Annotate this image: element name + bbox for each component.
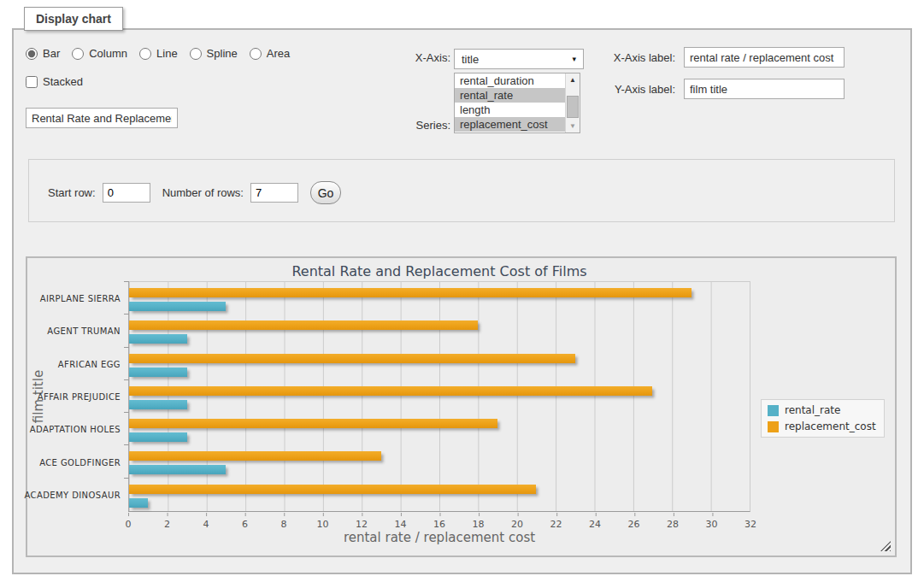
category-label: ADAPTATION HOLES (30, 425, 121, 434)
plot-area: AIRPLANE SIERRAAGENT TRUMANAFRICAN EGGAF… (128, 281, 750, 512)
chart-band: ACE GOLDFINGER (129, 445, 750, 478)
x-tick-label: 26 (628, 519, 640, 530)
x-tick-label: 22 (550, 519, 562, 530)
x-tick-label: 6 (242, 519, 248, 530)
series-option[interactable]: length (455, 103, 565, 117)
x-axis-ticks (128, 513, 751, 516)
chart-band: AFRICAN EGG (129, 348, 750, 380)
chart-x-axis-title: rental rate / replacement cost (128, 530, 750, 545)
scroll-up-icon[interactable]: ▲ (566, 73, 580, 86)
series-select-label: Series: (382, 119, 450, 132)
x-tick-label: 24 (589, 519, 601, 530)
start-row-input[interactable] (103, 183, 150, 203)
category-label: ACE GOLDFINGER (39, 457, 121, 467)
series-option[interactable]: replacement_cost (455, 117, 565, 132)
chart-title: Rental Rate and Replacement Cost of Film… (128, 263, 750, 279)
category-label: AFRICAN EGG (58, 359, 121, 368)
stacked-label: Stacked (43, 75, 83, 88)
x-tick-label: 8 (281, 519, 287, 530)
replacement_cost-swatch-icon (768, 421, 779, 432)
chart-band: AFFAIR PREJUDICE (129, 380, 750, 413)
page: Display chart BarColumnLineSplineArea St… (0, 0, 924, 582)
chart-type-label: Column (89, 47, 127, 60)
chart-type-label: Area (267, 47, 290, 60)
legend-label: rental_rate (785, 404, 840, 416)
chart-band: ACADEMY DINOSAUR (129, 479, 750, 511)
x-tick-label: 20 (511, 519, 523, 530)
category-label: ACADEMY DINOSAUR (25, 490, 121, 499)
series-options: rental_durationrental_ratelengthreplacem… (455, 73, 565, 132)
rental_rate-bar[interactable] (129, 302, 226, 311)
chart-type-label: Spline (207, 47, 238, 60)
chart-title-input[interactable] (26, 108, 178, 128)
chart-type-radio-column[interactable] (72, 48, 84, 60)
start-row-label: Start row: (48, 186, 96, 199)
series-option[interactable]: rental_rate (455, 88, 565, 103)
num-rows-input[interactable] (250, 183, 298, 203)
legend-label: replacement_cost (785, 420, 876, 432)
replacement_cost-bar[interactable] (129, 419, 497, 428)
x-tick-label: 16 (433, 519, 445, 530)
x-tick-label: 10 (317, 519, 329, 530)
go-button[interactable]: Go (310, 181, 341, 204)
stacked-checkbox[interactable] (26, 76, 38, 88)
series-scrollbar[interactable]: ▲ ▼ (565, 73, 580, 132)
y-axis-label-input[interactable] (684, 79, 845, 99)
replacement_cost-bar[interactable] (129, 354, 575, 363)
x-axis-select[interactable]: title ▾ (454, 49, 584, 69)
replacement_cost-bar[interactable] (129, 386, 652, 396)
chart-type-radio-bar[interactable] (26, 48, 38, 60)
fieldset-legend-title: Display chart (24, 7, 123, 31)
chevron-down-icon: ▾ (572, 55, 576, 63)
replacement_cost-bar[interactable] (129, 451, 381, 461)
scrollbar-thumb[interactable] (567, 96, 579, 118)
rental_rate-bar[interactable] (129, 400, 187, 409)
chart-type-radio-area[interactable] (250, 48, 262, 60)
series-listbox[interactable]: rental_durationrental_ratelengthreplacem… (454, 73, 580, 133)
category-label: AIRPLANE SIERRA (40, 294, 121, 303)
replacement_cost-bar[interactable] (129, 485, 536, 494)
x-axis-label-label: X-Axis label: (598, 51, 675, 64)
rental_rate-bar[interactable] (129, 498, 148, 508)
legend-item[interactable]: rental_rate (768, 404, 876, 416)
chart-type-radio-spline[interactable] (190, 48, 202, 60)
chart-type-label: Line (156, 47, 178, 60)
x-tick-label: 14 (395, 519, 407, 530)
rental_rate-bar[interactable] (129, 432, 187, 442)
chart-legend: rental_ratereplacement_cost (761, 399, 885, 438)
chart-type-radio-group: BarColumnLineSplineArea (26, 47, 297, 60)
x-tick-label: 30 (706, 519, 718, 530)
y-axis-label-label: Y-Axis label: (598, 83, 675, 96)
x-axis-select-label: X-Axis: (382, 51, 450, 64)
rental_rate-bar[interactable] (129, 465, 226, 474)
chart-type-label: Bar (43, 47, 60, 60)
x-tick-label: 28 (667, 519, 679, 530)
replacement_cost-bar[interactable] (129, 288, 692, 297)
x-tick-label: 4 (203, 519, 209, 530)
row-range-box: Start row: Number of rows: Go (28, 159, 895, 222)
chart-type-radio-line[interactable] (139, 48, 151, 60)
x-tick-label: 2 (164, 519, 170, 530)
x-axis-label-input[interactable] (684, 47, 845, 68)
category-label: AGENT TRUMAN (47, 326, 121, 336)
chart-band: ADAPTATION HOLES (129, 413, 750, 445)
x-tick-label: 12 (356, 519, 368, 530)
stacked-row: Stacked (26, 75, 83, 88)
num-rows-label: Number of rows: (162, 186, 244, 199)
chart-band: AGENT TRUMAN (129, 315, 750, 347)
resize-grip-icon[interactable] (880, 541, 891, 551)
rental_rate-swatch-icon (768, 405, 779, 416)
legend-item[interactable]: replacement_cost (768, 420, 876, 432)
x-tick-label: 18 (473, 519, 485, 530)
x-axis-selected-value: title (462, 53, 479, 66)
chart-band: AIRPLANE SIERRA (129, 282, 750, 315)
x-tick-label: 32 (744, 519, 756, 530)
rental_rate-bar[interactable] (129, 334, 187, 344)
category-label: AFFAIR PREJUDICE (38, 391, 121, 401)
x-tick-label: 0 (126, 519, 132, 530)
rental_rate-bar[interactable] (129, 367, 187, 377)
replacement_cost-bar[interactable] (129, 320, 478, 330)
scroll-down-icon[interactable]: ▼ (566, 120, 580, 132)
series-option[interactable]: rental_duration (455, 73, 565, 88)
chart-container: Rental Rate and Replacement Cost of Film… (26, 256, 897, 557)
